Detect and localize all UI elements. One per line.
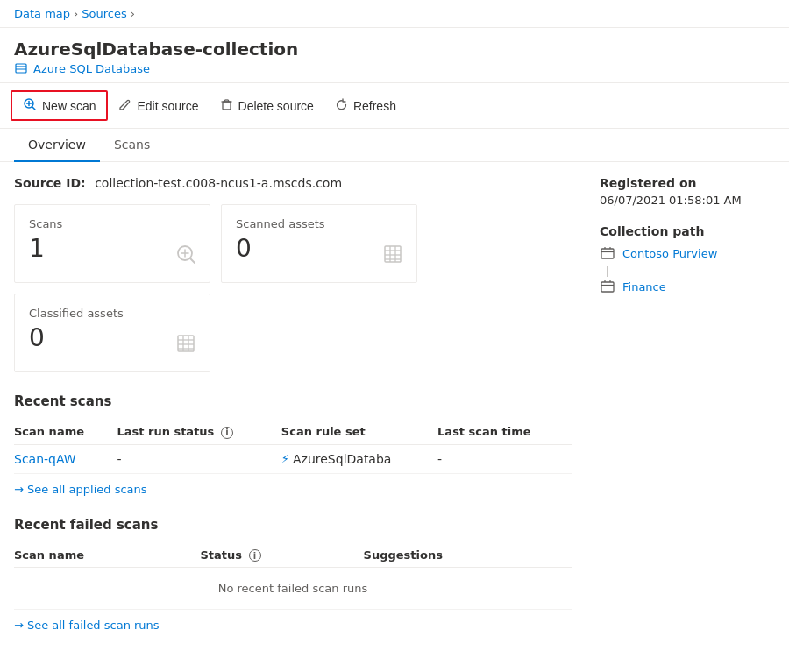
refresh-button[interactable]: Refresh: [324, 93, 407, 119]
collection-db-icon-1: [600, 279, 615, 294]
scan-rule-set-cell: ⚡ AzureSqlDataba: [281, 444, 437, 473]
scans-metric-card: Scans 1: [14, 204, 210, 283]
scanned-assets-value: 0: [236, 234, 402, 263]
recent-scans-title: Recent scans: [14, 393, 572, 409]
col-scan-rule-set: Scan rule set: [281, 420, 437, 444]
registered-on-section: Registered on 06/07/2021 01:58:01 AM: [600, 176, 775, 207]
col-scan-name: Scan name: [14, 420, 117, 444]
edit-source-button[interactable]: Edit source: [108, 93, 209, 119]
recent-failed-scans-section: Recent failed scans Scan name Status i S…: [14, 517, 572, 633]
scanned-assets-metric-card: Scanned assets 0: [221, 204, 417, 283]
collection-link-1[interactable]: Finance: [622, 280, 666, 294]
classified-assets-metric-card: Classified assets 0: [14, 294, 210, 372]
page-subtitle-text: Azure SQL Database: [33, 62, 150, 75]
bolt-icon: ⚡: [281, 452, 289, 465]
tabs: Overview Scans: [0, 129, 789, 162]
content-area: Source ID: collection-test.c008-ncus1-a.…: [0, 162, 789, 660]
breadcrumb-sep2: ›: [131, 7, 135, 20]
source-id-value: collection-test.c008-ncus1-a.mscds.com: [95, 176, 342, 190]
db-icon: [14, 61, 28, 75]
edit-source-label: Edit source: [137, 99, 198, 113]
failed-col-status: Status i: [200, 543, 363, 568]
collection-link-0[interactable]: Contoso Purview: [622, 247, 717, 260]
recent-scans-table: Scan name Last run status i Scan rule se…: [14, 420, 572, 474]
no-data-row: No recent failed scan runs: [14, 568, 572, 610]
classified-assets-icon: [174, 332, 197, 359]
collection-path-section: Collection path Contoso Purview: [600, 224, 775, 294]
see-all-failed-link[interactable]: → See all failed scan runs: [14, 619, 572, 632]
registered-on-label: Registered on: [600, 176, 775, 190]
see-all-scans-link[interactable]: → See all applied scans: [14, 483, 572, 496]
svg-rect-7: [223, 102, 231, 110]
failed-col-suggestions: Suggestions: [364, 543, 572, 568]
breadcrumb-sources[interactable]: Sources: [82, 7, 126, 20]
svg-line-4: [32, 107, 35, 110]
tab-overview[interactable]: Overview: [14, 129, 100, 162]
scans-metric-label: Scans: [29, 217, 195, 230]
source-id-row: Source ID: collection-test.c008-ncus1-a.…: [14, 176, 572, 190]
see-all-failed-arrow: →: [14, 619, 24, 632]
classified-assets-label: Classified assets: [29, 307, 195, 320]
collection-db-icon-0: [600, 245, 615, 261]
scans-metric-icon: [174, 243, 197, 270]
recent-scans-header-row: Scan name Last run status i Scan rule se…: [14, 420, 572, 444]
failed-status-info-icon[interactable]: i: [249, 549, 261, 562]
recent-scans-section: Recent scans Scan name Last run status i…: [14, 393, 572, 496]
svg-rect-0: [16, 64, 26, 73]
scans-metric-value: 1: [29, 234, 195, 263]
svg-rect-32: [601, 282, 614, 292]
new-scan-button[interactable]: New scan: [11, 90, 108, 121]
collection-path-label: Collection path: [600, 224, 775, 238]
collection-item-0: Contoso Purview: [600, 245, 775, 261]
tab-scans[interactable]: Scans: [100, 129, 164, 162]
delete-source-label: Delete source: [238, 99, 314, 113]
failed-scans-header-row: Scan name Status i Suggestions: [14, 543, 572, 568]
svg-rect-28: [601, 249, 614, 258]
no-data-message: No recent failed scan runs: [14, 568, 572, 610]
new-scan-icon: [23, 97, 37, 114]
scanned-assets-icon: [381, 243, 404, 270]
source-id-label: Source ID:: [14, 176, 86, 190]
last-scan-time-cell: -: [437, 444, 572, 473]
last-run-status-cell: -: [117, 444, 281, 473]
page-title: AzureSqlDatabase-collection: [14, 39, 775, 60]
refresh-label: Refresh: [353, 99, 396, 113]
collection-item-1: Finance: [600, 279, 775, 294]
delete-icon: [220, 98, 233, 114]
toolbar: New scan Edit source Delete source: [0, 83, 789, 129]
refresh-icon: [335, 98, 348, 114]
recent-failed-scans-title: Recent failed scans: [14, 517, 572, 533]
breadcrumb: Data map › Sources ›: [0, 0, 789, 28]
see-all-arrow: →: [14, 483, 24, 496]
table-row: Scan-qAW - ⚡ AzureSqlDataba -: [14, 444, 572, 473]
delete-source-button[interactable]: Delete source: [210, 93, 324, 119]
registered-on-value: 06/07/2021 01:58:01 AM: [600, 194, 775, 207]
page-subtitle: Azure SQL Database: [14, 61, 775, 75]
scan-name-cell[interactable]: Scan-qAW: [14, 444, 117, 473]
last-run-status-info-icon[interactable]: i: [221, 427, 233, 439]
scanned-assets-label: Scanned assets: [236, 217, 402, 230]
edit-icon: [118, 98, 132, 114]
new-scan-label: New scan: [42, 99, 96, 113]
col-last-run-status: Last run status i: [117, 420, 281, 444]
failed-col-scan-name: Scan name: [14, 543, 200, 568]
classified-assets-value: 0: [29, 323, 195, 352]
main-content: Source ID: collection-test.c008-ncus1-a.…: [14, 176, 572, 646]
breadcrumb-datamap[interactable]: Data map: [14, 7, 70, 20]
side-panel: Registered on 06/07/2021 01:58:01 AM Col…: [600, 176, 775, 646]
page-header: AzureSqlDatabase-collection Azure SQL Da…: [0, 28, 789, 83]
svg-line-13: [190, 258, 195, 263]
breadcrumb-sep1: ›: [74, 7, 78, 20]
collection-connector: [607, 266, 608, 277]
failed-scans-table: Scan name Status i Suggestions No recent: [14, 543, 572, 611]
metrics-grid: Scans 1 Scanned assets 0: [14, 204, 417, 372]
col-last-scan-time: Last scan time: [437, 420, 572, 444]
